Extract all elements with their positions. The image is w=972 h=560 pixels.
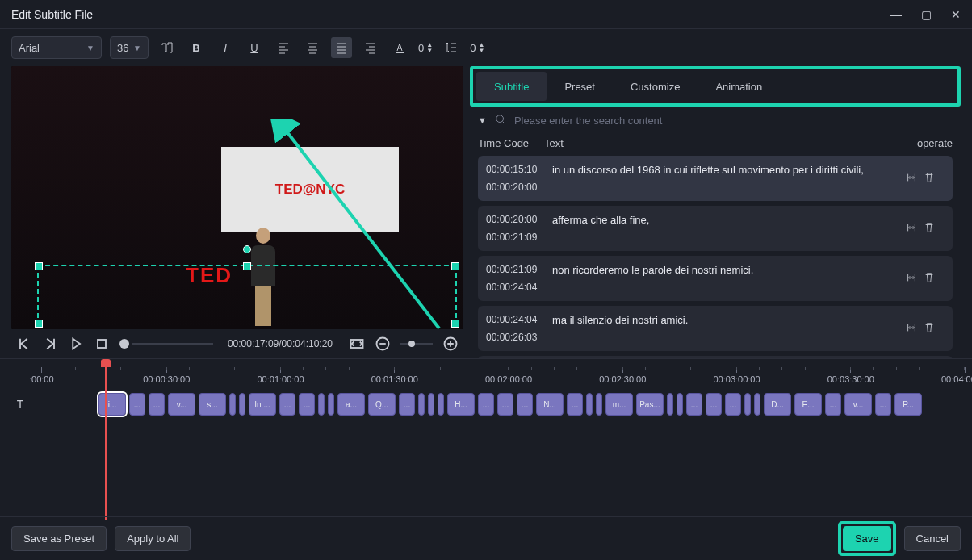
maximize-icon[interactable]: ▢ — [921, 8, 932, 21]
delete-icon[interactable] — [924, 272, 935, 286]
timeline-clip[interactable]: ... — [399, 393, 415, 416]
timeline-clip[interactable]: a... — [337, 393, 365, 416]
text-color-icon[interactable] — [389, 37, 410, 58]
timeline-clip[interactable]: s... — [199, 393, 226, 416]
cancel-button[interactable]: Cancel — [904, 526, 961, 551]
selection-box[interactable] — [37, 265, 457, 329]
zoom-out-icon[interactable] — [375, 336, 391, 352]
align-left-icon[interactable] — [273, 37, 294, 58]
row-text[interactable]: ma il silenzio dei nostri amici. — [544, 312, 906, 345]
align-right-icon[interactable] — [360, 37, 381, 58]
timeline-clip[interactable] — [667, 393, 673, 416]
delete-icon[interactable] — [924, 222, 935, 236]
timeline-clip[interactable]: H... — [447, 393, 475, 416]
timeline-clip[interactable]: N... — [536, 393, 564, 416]
tab-preset[interactable]: Preset — [547, 72, 613, 101]
fit-screen-icon[interactable] — [349, 336, 365, 352]
timeline-clip[interactable]: ... — [686, 393, 702, 416]
timeline-clip[interactable]: P... — [894, 393, 922, 416]
timeline-clip[interactable] — [318, 393, 325, 416]
subtitle-row[interactable]: 00:00:20:0000:00:21:09 afferma che alla … — [478, 206, 953, 251]
letter-spacing-stepper[interactable]: ▲▼ — [426, 42, 433, 53]
row-text[interactable]: in un discorso del 1968 in cui riflette … — [544, 162, 906, 194]
save-button[interactable]: Save — [843, 526, 891, 551]
timeline-ruler[interactable]: :00:0000:00:30:0000:01:00:0000:01:30:000… — [29, 367, 961, 387]
split-icon[interactable] — [906, 322, 917, 336]
scrub-track[interactable] — [132, 343, 213, 345]
timeline-clip[interactable]: Pas... — [636, 393, 664, 416]
timeline-clip[interactable]: ... — [517, 393, 533, 416]
timeline-clip[interactable]: E... — [794, 393, 822, 416]
timeline-clip[interactable]: ... — [497, 393, 513, 416]
timeline-clip[interactable]: ... — [706, 393, 722, 416]
timeline-clip[interactable] — [229, 393, 236, 416]
timeline-clip[interactable]: ... — [725, 393, 741, 416]
search-input[interactable] — [514, 115, 953, 127]
italic-icon[interactable]: I — [215, 37, 236, 58]
delete-icon[interactable] — [924, 322, 935, 336]
play-icon[interactable] — [68, 336, 84, 352]
split-icon[interactable] — [906, 272, 917, 286]
split-icon[interactable] — [906, 172, 917, 186]
subtitle-row[interactable]: 00:00:21:0900:00:24:04 non ricorderemo l… — [478, 256, 953, 301]
timeline-clip[interactable]: v... — [844, 393, 872, 416]
row-text[interactable]: afferma che alla fine, — [544, 212, 906, 244]
save-preset-button[interactable]: Save as Preset — [11, 526, 107, 551]
line-spacing-stepper[interactable]: ▲▼ — [478, 42, 484, 53]
timeline-clip[interactable] — [744, 393, 751, 416]
align-center-icon[interactable] — [302, 37, 323, 58]
timeline-clip[interactable]: In ... — [249, 393, 276, 416]
prev-frame-icon[interactable] — [16, 336, 32, 352]
timeline-clip[interactable]: ... — [875, 393, 891, 416]
delete-icon[interactable] — [924, 172, 935, 186]
clips-container[interactable]: i.........v...s...In .........a...Q.....… — [29, 393, 961, 416]
tab-subtitle[interactable]: Subtitle — [476, 72, 547, 101]
video-preview[interactable]: TED@NYC TED in un discorso del 1968 in c… — [11, 66, 463, 329]
chevron-down-icon[interactable]: ▼ — [478, 115, 487, 125]
timeline-clip[interactable] — [239, 393, 245, 416]
timeline-clip[interactable] — [677, 393, 683, 416]
bold-icon[interactable]: B — [186, 37, 207, 58]
playhead[interactable] — [105, 364, 107, 520]
minimize-icon[interactable]: — — [890, 8, 902, 21]
close-icon[interactable]: ✕ — [951, 8, 961, 21]
timeline-clip[interactable]: ... — [129, 393, 145, 416]
timeline-clip[interactable] — [328, 393, 334, 416]
timeline-clip[interactable]: ... — [299, 393, 315, 416]
timeline-clip[interactable]: v... — [168, 393, 195, 416]
timeline-clip[interactable] — [428, 393, 434, 416]
font-family-select[interactable]: Arial ▼ — [11, 36, 102, 59]
apply-all-button[interactable]: Apply to All — [115, 526, 191, 551]
zoom-in-icon[interactable] — [442, 336, 459, 352]
tab-animation[interactable]: Animation — [698, 72, 780, 101]
timeline-clip[interactable]: ... — [567, 393, 583, 416]
timeline-clip[interactable] — [754, 393, 760, 416]
timeline-clip[interactable]: ... — [825, 393, 841, 416]
timeline-clip[interactable] — [596, 393, 602, 416]
zoom-slider[interactable] — [400, 343, 433, 345]
subtitle-row[interactable]: 00:00:24:0400:00:26:03 ma il silenzio de… — [478, 306, 953, 351]
timeline-clip[interactable]: Q... — [368, 393, 396, 416]
align-justify-icon[interactable] — [331, 37, 352, 58]
line-spacing-icon[interactable] — [441, 37, 462, 58]
timeline-clip[interactable]: ... — [149, 393, 165, 416]
timeline-clip[interactable]: m... — [605, 393, 633, 416]
row-text[interactable]: non ricorderemo le parole dei nostri nem… — [544, 262, 906, 295]
stop-icon[interactable] — [94, 336, 110, 352]
font-size-select[interactable]: 36 ▼ — [110, 36, 149, 59]
search-icon[interactable] — [495, 114, 506, 127]
timeline-clip[interactable]: ... — [478, 393, 494, 416]
tab-customize[interactable]: Customize — [613, 72, 698, 101]
character-panel-icon[interactable] — [157, 37, 178, 58]
timeline-clip[interactable] — [438, 393, 444, 416]
timeline-clip[interactable]: ... — [279, 393, 295, 416]
underline-icon[interactable]: U — [244, 37, 265, 58]
split-icon[interactable] — [906, 222, 917, 236]
next-frame-icon[interactable] — [42, 336, 58, 352]
timeline-clip[interactable]: D... — [764, 393, 791, 416]
scrub-knob[interactable] — [119, 339, 129, 349]
timeline-clip[interactable] — [418, 393, 425, 416]
timeline-clip[interactable] — [586, 393, 593, 416]
subtitle-row[interactable]: 00:00:15:1000:00:20:00 in un discorso de… — [478, 156, 953, 201]
timeline-clip[interactable]: i... — [98, 393, 126, 416]
